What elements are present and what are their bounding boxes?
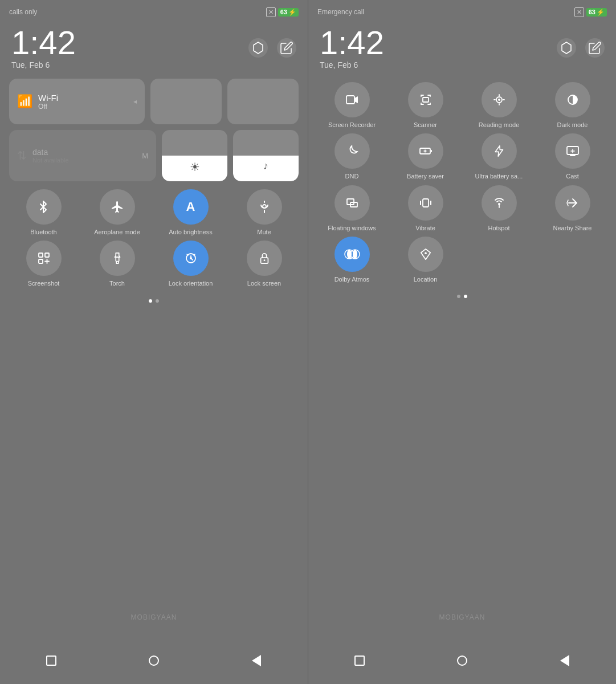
- right-row-4: Dolby Atmos Location: [317, 237, 607, 283]
- scanner-circle[interactable]: [408, 82, 443, 117]
- tile-aeroplane[interactable]: Aeroplane mode: [83, 189, 152, 236]
- mute-icon: [258, 200, 271, 214]
- screen-recorder-icon: [345, 93, 359, 107]
- lock-screen-circle[interactable]: [247, 241, 282, 276]
- dolby-atmos-label: Dolby Atmos: [334, 275, 370, 283]
- reading-mode-circle[interactable]: [482, 82, 517, 117]
- small-tiles-row-1: Bluetooth Aeroplane mode A Auto brightne…: [9, 189, 299, 236]
- clock-action-icons-right: [557, 38, 605, 58]
- tile-ultra-battery[interactable]: Ultra battery sa...: [464, 133, 533, 180]
- tile-dolby-atmos[interactable]: Dolby Atmos: [317, 237, 386, 283]
- floating-windows-circle[interactable]: [334, 185, 370, 221]
- vibrate-circle[interactable]: [408, 185, 443, 221]
- battery-saver-circle[interactable]: [408, 133, 443, 169]
- back-button[interactable]: [247, 651, 266, 670]
- tile-dnd[interactable]: DND: [317, 133, 386, 180]
- tile-vibrate[interactable]: Vibrate: [391, 185, 460, 232]
- brightness-settings-icon[interactable]: [248, 38, 268, 58]
- svg-rect-11: [346, 96, 354, 104]
- dark-mode-circle[interactable]: [555, 82, 590, 117]
- settings-icon-right[interactable]: [557, 38, 576, 58]
- tile-hotspot[interactable]: Hotspot: [464, 185, 533, 232]
- nearby-share-icon: [566, 196, 580, 210]
- right-panel: Emergency call ✕ 63 ⚡ 1:42 Tue, Feb 6: [308, 0, 616, 684]
- vibrate-label: Vibrate: [415, 224, 435, 232]
- svg-rect-20: [423, 199, 429, 207]
- tile-medium-1[interactable]: [150, 79, 222, 124]
- nearby-share-circle[interactable]: [555, 185, 590, 221]
- tile-screen-recorder[interactable]: Screen Recorder: [317, 82, 386, 129]
- dolby-atmos-circle[interactable]: [334, 237, 370, 272]
- ultra-battery-circle[interactable]: [482, 133, 517, 169]
- tile-dark-mode[interactable]: Dark mode: [538, 82, 607, 129]
- tile-torch[interactable]: Torch: [83, 241, 152, 287]
- vibrate-icon: [419, 196, 433, 210]
- svg-rect-12: [423, 97, 429, 102]
- clock-area-left: 1:42 Tue, Feb 6: [0, 21, 308, 79]
- mute-circle[interactable]: [247, 189, 282, 225]
- tile-lock-orientation[interactable]: Lock orientation: [156, 241, 225, 287]
- tile-empty-2: [538, 237, 607, 283]
- right-panel-tiles: Screen Recorder Scanner: [308, 79, 616, 288]
- page-dots-right: [308, 288, 616, 303]
- tile-medium-2[interactable]: [227, 79, 299, 124]
- dot-1: [149, 299, 152, 303]
- tile-mute[interactable]: Mute: [230, 189, 299, 236]
- svg-point-1: [263, 205, 266, 208]
- tile-location[interactable]: Location: [391, 237, 460, 283]
- edit-icon-right[interactable]: [585, 38, 605, 58]
- lock-orientation-circle[interactable]: [173, 241, 209, 276]
- home-button-right[interactable]: [452, 651, 472, 670]
- brightness-icon: ☀: [190, 160, 200, 174]
- hotspot-circle[interactable]: [482, 185, 517, 221]
- svg-marker-10: [562, 42, 571, 54]
- tile-auto-brightness[interactable]: A Auto brightness: [156, 189, 225, 236]
- tile-reading-mode[interactable]: Reading mode: [464, 82, 533, 129]
- auto-brightness-label: Auto brightness: [169, 228, 212, 236]
- tile-empty-1: [464, 237, 533, 283]
- svg-point-7: [190, 257, 192, 259]
- brightness-tile[interactable]: ☀: [162, 130, 227, 181]
- tile-floating-windows[interactable]: Floating windows: [317, 185, 386, 232]
- data-tile[interactable]: ⇅ data Not available M: [9, 130, 156, 181]
- reading-mode-icon: [492, 93, 506, 107]
- tile-bluetooth[interactable]: Bluetooth: [9, 189, 78, 236]
- lock-screen-label: Lock screen: [247, 279, 281, 287]
- wifi-status: Off: [38, 103, 58, 111]
- torch-circle[interactable]: [100, 241, 135, 276]
- tile-cast[interactable]: Cast: [538, 133, 607, 180]
- cast-circle[interactable]: [555, 133, 590, 169]
- mute-label: Mute: [257, 228, 271, 236]
- aeroplane-circle[interactable]: [100, 189, 135, 225]
- dnd-label: DND: [345, 172, 359, 180]
- recent-apps-button[interactable]: [42, 651, 61, 670]
- dnd-circle[interactable]: [334, 133, 370, 169]
- location-circle[interactable]: [408, 237, 443, 272]
- cast-icon: [566, 144, 580, 158]
- scanner-label: Scanner: [414, 121, 437, 129]
- hotspot-icon: [492, 196, 506, 210]
- floating-windows-label: Floating windows: [328, 224, 376, 232]
- edit-icon[interactable]: [277, 38, 296, 58]
- tile-nearby-share[interactable]: Nearby Share: [538, 185, 607, 232]
- back-button-right[interactable]: [555, 651, 574, 670]
- home-icon-right: [457, 656, 467, 666]
- screen-recorder-circle[interactable]: [334, 82, 370, 117]
- screenshot-circle[interactable]: [26, 241, 62, 276]
- home-button[interactable]: [144, 651, 164, 670]
- music-tile[interactable]: ♪: [233, 130, 299, 181]
- dot-right-2: [464, 295, 467, 298]
- tile-screenshot[interactable]: Screenshot: [9, 241, 78, 287]
- right-row-2: DND Battery saver Ultra: [317, 133, 607, 180]
- torch-icon: [111, 252, 124, 264]
- bluetooth-circle[interactable]: [26, 189, 62, 225]
- tile-lock-screen[interactable]: Lock screen: [230, 241, 299, 287]
- signal-icon-right: ✕: [574, 7, 584, 17]
- small-tiles-left: Bluetooth Aeroplane mode A Auto brightne…: [0, 181, 308, 292]
- aeroplane-icon: [111, 200, 124, 214]
- wifi-tile[interactable]: 📶 Wi-Fi Off ◂: [9, 79, 145, 124]
- tile-battery-saver[interactable]: Battery saver: [391, 133, 460, 180]
- tile-scanner[interactable]: Scanner: [391, 82, 460, 129]
- auto-brightness-circle[interactable]: A: [173, 189, 209, 225]
- recent-apps-button-right[interactable]: [350, 651, 369, 670]
